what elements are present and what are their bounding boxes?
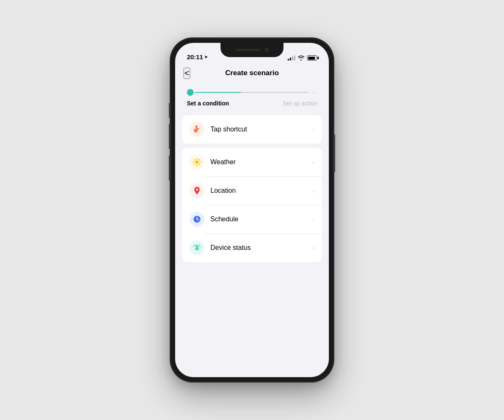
schedule-item[interactable]: Schedule › (182, 205, 322, 234)
location-label: Location (210, 187, 312, 194)
phone-screen: 20:11 ➤ (175, 43, 329, 377)
back-button[interactable]: < (184, 68, 190, 79)
tap-shortcut-chevron: › (312, 126, 315, 133)
speaker (235, 49, 260, 51)
schedule-label: Schedule (210, 215, 312, 223)
svg-point-15 (198, 249, 199, 250)
svg-point-11 (196, 246, 198, 247)
navigation-bar: < Create scenario (175, 64, 329, 82)
schedule-icon-wrapper (189, 212, 205, 227)
battery-icon (307, 55, 317, 60)
schedule-icon (192, 215, 202, 224)
step1-label: Set a condition (187, 100, 229, 107)
location-chevron: › (312, 187, 315, 194)
phone-device: 20:11 ➤ (170, 38, 334, 382)
power-button[interactable] (333, 134, 335, 172)
step1-dot (187, 89, 194, 96)
tap-icon (192, 125, 202, 134)
notch (220, 43, 284, 57)
app-content: < Create scenario → Set a condition Set … (175, 64, 329, 377)
svg-point-0 (195, 160, 198, 163)
wifi-icon (298, 55, 304, 60)
status-time: 20:11 ➤ (187, 53, 208, 60)
svg-line-7 (194, 164, 195, 165)
stepper-line (195, 92, 309, 93)
signal-icon (288, 55, 295, 60)
device-status-label: Device status (210, 244, 312, 252)
weather-icon-wrapper (189, 155, 205, 170)
location-icon-wrapper (189, 183, 205, 198)
svg-line-18 (200, 245, 200, 246)
device-status-icon (192, 243, 202, 252)
tap-shortcut-label: Tap shortcut (210, 126, 312, 133)
step2-label: Set up action (283, 100, 317, 107)
location-item[interactable]: Location › (182, 176, 322, 205)
condition-list: Tap shortcut › (175, 115, 329, 262)
weather-item[interactable]: Weather › (182, 148, 322, 176)
volume-up-button[interactable] (169, 124, 171, 149)
device-icon-wrapper (189, 240, 205, 255)
volume-down-button[interactable] (169, 155, 171, 181)
status-icons (288, 55, 317, 60)
tap-shortcut-item[interactable]: Tap shortcut › (182, 115, 322, 144)
svg-line-6 (199, 164, 200, 165)
stepper-track: → (187, 89, 317, 96)
phone-frame: 20:11 ➤ (170, 38, 334, 382)
front-camera (265, 48, 269, 52)
tap-shortcut-card: Tap shortcut › (182, 115, 322, 144)
weather-label: Weather (210, 158, 312, 166)
svg-line-5 (194, 160, 195, 160)
weather-icon (192, 158, 202, 167)
page-title: Create scenario (225, 69, 279, 77)
location-icon (192, 186, 202, 195)
schedule-chevron: › (312, 216, 315, 223)
device-status-chevron: › (312, 244, 315, 251)
device-status-item[interactable]: Device status › (182, 234, 322, 262)
step2-arrow: → (310, 89, 317, 96)
tap-icon-wrapper (189, 122, 205, 137)
stepper: → Set a condition Set up action (175, 82, 329, 115)
svg-point-14 (195, 249, 196, 250)
mute-button[interactable] (169, 103, 171, 118)
svg-line-17 (194, 245, 195, 246)
svg-point-16 (197, 249, 198, 251)
weather-chevron: › (312, 159, 315, 165)
conditions-group-card: Weather › Location › (182, 148, 322, 262)
svg-line-8 (199, 160, 200, 160)
stepper-labels: Set a condition Set up action (187, 100, 317, 107)
